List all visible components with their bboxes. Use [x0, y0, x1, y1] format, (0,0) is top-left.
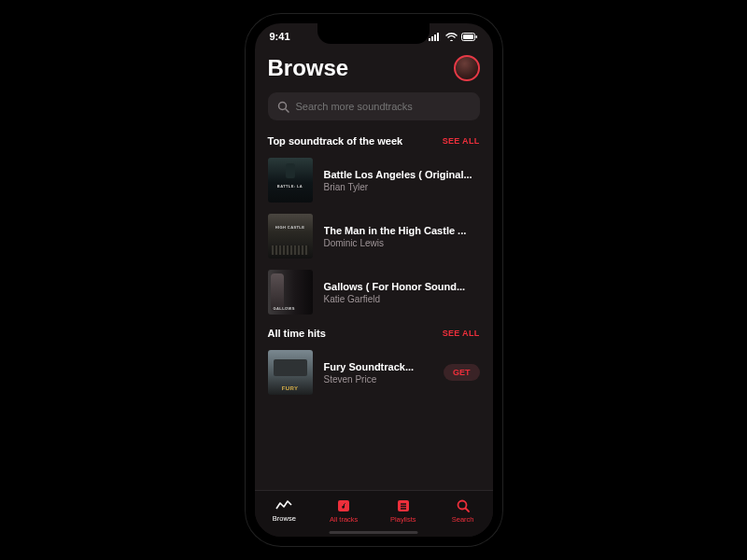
track-meta: Battle Los Angeles ( Original... Brian T… [324, 169, 480, 192]
tab-all-tracks[interactable]: All tracks [314, 491, 374, 531]
tab-browse[interactable]: Browse [255, 491, 315, 531]
track-title: Battle Los Angeles ( Original... [324, 169, 480, 180]
header: Browse [268, 55, 480, 81]
search-input[interactable] [296, 101, 471, 112]
svg-rect-2 [434, 35, 436, 41]
svg-line-8 [286, 109, 289, 112]
track-row[interactable]: FURY Fury Soundtrack... Steven Price GET [268, 350, 480, 395]
track-artwork: GALLOWS [268, 270, 313, 315]
track-meta: The Man in the High Castle ... Dominic L… [324, 225, 480, 248]
page-title: Browse [268, 55, 349, 81]
track-meta: Fury Soundtrack... Steven Price [324, 361, 432, 385]
content-scroll[interactable]: Browse Top soundtrack of the week SEE AL… [255, 49, 493, 490]
svg-rect-5 [463, 35, 473, 39]
status-icons [429, 33, 478, 41]
artwork-label: BATTLE: LA [271, 184, 310, 189]
tab-playlists[interactable]: Playlists [374, 491, 433, 531]
see-all-link[interactable]: SEE ALL [443, 329, 480, 338]
track-row[interactable]: BATTLE: LA Battle Los Angeles ( Original… [268, 158, 480, 203]
artwork-label: HIGH CASTLE [271, 225, 310, 230]
wifi-icon [445, 33, 458, 41]
chart-icon [275, 499, 292, 512]
search-bar[interactable] [268, 92, 480, 120]
notch [317, 23, 430, 44]
status-time: 9:41 [270, 31, 290, 42]
tab-label: Search [452, 515, 474, 524]
signal-icon [429, 33, 442, 41]
tab-label: Playlists [390, 515, 416, 524]
get-button[interactable]: GET [444, 364, 480, 381]
svg-rect-3 [437, 33, 439, 41]
list-icon [396, 498, 411, 513]
track-title: The Man in the High Castle ... [324, 225, 480, 236]
battery-icon [461, 33, 478, 41]
section-header-top: Top soundtrack of the week SEE ALL [268, 135, 480, 147]
track-artwork: BATTLE: LA [268, 158, 313, 203]
track-artwork: FURY [268, 350, 313, 395]
svg-line-15 [465, 509, 469, 512]
phone-frame: 9:41 Browse Top soundtrack of the week S… [246, 14, 502, 546]
svg-rect-0 [429, 38, 430, 41]
search-icon [277, 101, 289, 113]
track-title: Gallows ( For Honor Sound... [324, 281, 480, 292]
track-artist: Katie Garfield [324, 294, 480, 304]
track-title: Fury Soundtrack... [324, 361, 432, 372]
section-header-hits: All time hits SEE ALL [268, 328, 480, 339]
see-all-link[interactable]: SEE ALL [443, 136, 480, 146]
track-artwork: HIGH CASTLE [268, 214, 313, 259]
avatar[interactable] [454, 55, 480, 81]
music-icon [336, 498, 351, 513]
svg-rect-6 [475, 35, 477, 38]
search-icon [456, 498, 471, 513]
track-artist: Brian Tyler [324, 182, 480, 192]
track-artist: Dominic Lewis [324, 238, 480, 248]
track-row[interactable]: GALLOWS Gallows ( For Honor Sound... Kat… [268, 270, 480, 315]
artwork-label: GALLOWS [274, 306, 310, 311]
tab-bar: Browse All tracks Playlists Search [255, 490, 493, 537]
svg-point-7 [278, 102, 286, 109]
section-title: All time hits [268, 328, 326, 339]
track-artist: Steven Price [324, 374, 432, 385]
tab-label: All tracks [330, 515, 358, 524]
home-indicator[interactable] [330, 531, 418, 535]
artwork-label: FURY [271, 385, 310, 391]
track-meta: Gallows ( For Honor Sound... Katie Garfi… [324, 281, 480, 304]
track-row[interactable]: HIGH CASTLE The Man in the High Castle .… [268, 214, 480, 259]
tab-label: Browse [273, 514, 296, 523]
tab-search[interactable]: Search [433, 491, 493, 531]
section-title: Top soundtrack of the week [268, 135, 403, 147]
svg-rect-1 [431, 36, 433, 41]
